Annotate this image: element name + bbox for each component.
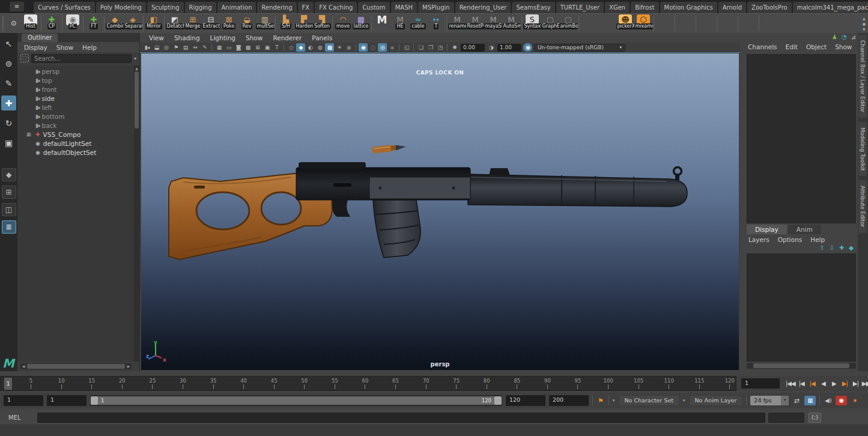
step-forward-frame-button[interactable]: ▶| bbox=[851, 380, 860, 387]
menu-tab[interactable]: Rigging bbox=[185, 2, 216, 13]
outliner-persp-layout[interactable]: ≣ bbox=[2, 220, 16, 234]
outliner-list[interactable]: persp top front side bbox=[17, 65, 134, 362]
range-slider[interactable]: 1 120 bbox=[90, 395, 502, 406]
channel-box-menu[interactable]: Object bbox=[806, 43, 827, 50]
step-back-frame-button[interactable]: |◀ bbox=[797, 380, 806, 387]
shelf-scroll-arrows[interactable]: ▲ ● ▼ bbox=[863, 16, 866, 31]
outliner-item[interactable]: ⊞ VSS_Compo bbox=[17, 130, 134, 139]
shelf-button[interactable]: ▙ S/H bbox=[277, 14, 295, 33]
bookmark-icon[interactable]: ⚑ bbox=[596, 397, 605, 405]
timeline-tick[interactable]: 50 bbox=[296, 378, 314, 389]
command-line-language-label[interactable]: MEL bbox=[0, 414, 37, 421]
channel-graph-icon[interactable]: ⊿ bbox=[851, 33, 856, 41]
create-empty-layer-icon[interactable]: ◆ bbox=[849, 244, 854, 251]
go-to-start-button[interactable]: |◀◀ bbox=[786, 380, 795, 387]
timeline-tick[interactable]: 45 bbox=[265, 378, 283, 389]
shelf-button[interactable]: ▥ multSel bbox=[256, 14, 274, 33]
shelf-button[interactable]: ≈ cable bbox=[409, 14, 427, 33]
select-tool[interactable]: ↖ bbox=[1, 36, 16, 51]
shelf-button[interactable]: ⊠ Poke bbox=[220, 14, 238, 33]
copy-view-icon[interactable]: ❏ bbox=[416, 43, 425, 52]
auto-keyframe-icon[interactable]: ◉ bbox=[836, 396, 847, 405]
timeline-tick[interactable]: 60 bbox=[356, 378, 374, 389]
shelf-button[interactable] bbox=[164, 16, 165, 31]
separator[interactable] bbox=[284, 44, 284, 51]
character-set-selector[interactable]: No Character Set bbox=[619, 395, 679, 406]
shelf-button[interactable]: ⬡ mixamo bbox=[634, 14, 652, 33]
lasso-select-tool[interactable]: ⊚ bbox=[1, 56, 16, 71]
lights-icon[interactable]: ☀ bbox=[335, 43, 344, 52]
shelf-button[interactable]: S SyntaxE bbox=[523, 14, 541, 33]
shelf-drag-handle[interactable] bbox=[2, 16, 5, 31]
animation-end-field[interactable]: 200 bbox=[549, 395, 589, 406]
cached-playback-icon[interactable]: ▦ bbox=[804, 396, 816, 405]
rifle-model[interactable] bbox=[141, 53, 739, 370]
move-layer-down-icon[interactable]: ⇩ bbox=[830, 244, 834, 251]
channel-box-list[interactable] bbox=[747, 54, 856, 223]
timeline-tick[interactable]: 55 bbox=[326, 378, 344, 389]
layer-editor-menu[interactable]: Options bbox=[778, 236, 803, 243]
shelf-button[interactable] bbox=[676, 14, 694, 33]
shelf-scroll-up-icon[interactable]: ▲ bbox=[863, 16, 866, 20]
current-frame-marker[interactable]: 1 bbox=[4, 378, 12, 390]
shelf-button[interactable] bbox=[738, 16, 738, 31]
gamma-field[interactable]: 1.00 bbox=[497, 44, 521, 52]
window-menu-icon[interactable]: ≡ bbox=[10, 2, 24, 11]
scroll-right-icon[interactable]: ▶ bbox=[126, 363, 132, 369]
viewport-menu[interactable]: Shading bbox=[174, 34, 200, 41]
menu-tab[interactable]: XGen bbox=[605, 2, 630, 13]
step-forward-key-button[interactable]: ▶| bbox=[840, 380, 849, 387]
separator[interactable] bbox=[211, 44, 212, 51]
shelf-button[interactable] bbox=[598, 14, 616, 33]
audio-icon[interactable]: ◀)) bbox=[824, 398, 832, 404]
shelf-button[interactable] bbox=[655, 14, 673, 33]
select-camera-icon[interactable]: ▮◂ bbox=[142, 43, 151, 52]
shade-wireframe-icon[interactable]: ◍ bbox=[315, 43, 324, 52]
shelf-button[interactable] bbox=[371, 16, 372, 31]
shelf-button[interactable] bbox=[675, 16, 675, 31]
outliner-vertical-scrollbar[interactable]: ▲ bbox=[134, 65, 139, 362]
timeline-tick[interactable]: 85 bbox=[508, 378, 526, 389]
go-to-end-button[interactable]: ▶▶| bbox=[862, 380, 868, 387]
playback-start-field[interactable]: 1 bbox=[47, 395, 86, 406]
step-back-key-button[interactable]: |◀ bbox=[808, 380, 817, 387]
scale-tool[interactable]: ▣ bbox=[1, 135, 16, 150]
use-default-material-icon[interactable]: ◐ bbox=[306, 43, 315, 52]
film-gate-icon[interactable]: ▭ bbox=[224, 43, 233, 52]
shelf-button[interactable] bbox=[718, 14, 736, 33]
play-forwards-button[interactable]: ▶ bbox=[830, 380, 839, 387]
motion-blur-icon[interactable]: ◌ bbox=[368, 43, 377, 52]
menu-tab[interactable]: TURTLE_User bbox=[556, 2, 604, 13]
shelf-button[interactable] bbox=[41, 16, 41, 31]
gate-mask-icon[interactable]: ▩ bbox=[243, 43, 252, 52]
play-backwards-button[interactable]: ◀ bbox=[819, 380, 828, 387]
paint-select-tool[interactable]: ✎ bbox=[1, 76, 16, 91]
layer-editor-menu[interactable]: Help bbox=[810, 236, 825, 243]
shelf-button[interactable] bbox=[759, 16, 759, 31]
timeline-tick[interactable]: 5 bbox=[22, 378, 40, 389]
menu-tab[interactable]: Arnold bbox=[718, 2, 746, 13]
grid-icon[interactable]: ▦ bbox=[214, 43, 223, 52]
resolution-gate-icon[interactable]: ◙ bbox=[234, 43, 243, 52]
shelf-button[interactable]: ▜ Soften bbox=[313, 14, 331, 33]
shelf-button[interactable]: M HE bbox=[391, 14, 409, 33]
tone-map-icon[interactable]: ◉ bbox=[523, 43, 532, 52]
shelf-button[interactable] bbox=[62, 16, 62, 31]
outliner-item[interactable]: top bbox=[17, 76, 134, 85]
screen-space-ao-icon[interactable]: ◉ bbox=[359, 43, 368, 52]
outliner-item[interactable]: defaultObjectSet bbox=[17, 148, 134, 157]
grease-pencil-icon[interactable]: ✎ bbox=[200, 43, 209, 52]
outliner-search-input[interactable] bbox=[31, 54, 132, 63]
scroll-up-icon[interactable]: ▲ bbox=[134, 65, 139, 71]
viewport-menu[interactable]: Lighting bbox=[210, 34, 235, 41]
shelf-button[interactable] bbox=[739, 14, 757, 33]
contrast-icon[interactable]: ◑ bbox=[487, 43, 496, 52]
outliner-menu[interactable]: Show bbox=[56, 44, 73, 51]
timeline-tick[interactable]: 40 bbox=[235, 378, 253, 389]
shelf-button[interactable]: ☻ pickerX bbox=[616, 14, 634, 33]
scrollbar-thumb[interactable] bbox=[27, 364, 125, 369]
move-tool[interactable]: ✚ bbox=[1, 95, 16, 111]
range-start-handle[interactable] bbox=[91, 396, 98, 405]
menu-tab[interactable]: ZooToolsPro bbox=[747, 2, 792, 13]
shelf-button[interactable]: ▢ animBot bbox=[559, 14, 577, 33]
